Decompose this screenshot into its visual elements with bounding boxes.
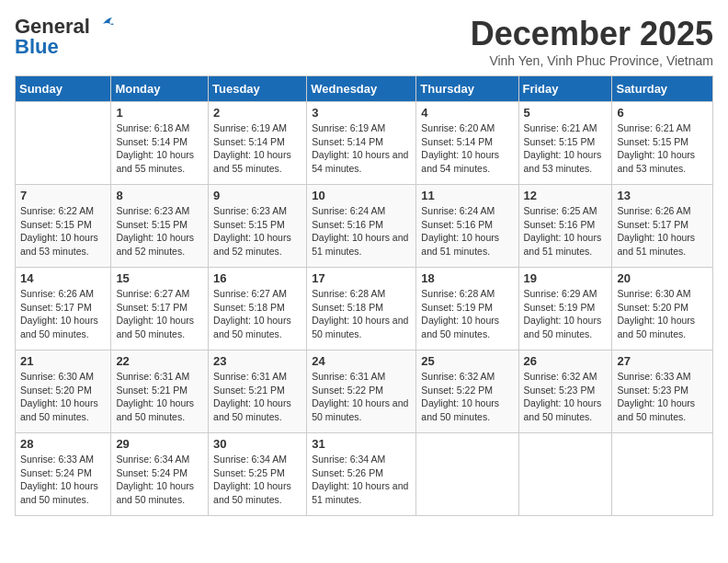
- day-header-sunday: Sunday: [16, 76, 111, 102]
- day-header-friday: Friday: [518, 76, 612, 102]
- day-header-wednesday: Wednesday: [307, 76, 416, 102]
- calendar-cell: 6Sunrise: 6:21 AMSunset: 5:15 PMDaylight…: [612, 102, 713, 185]
- day-info: Sunrise: 6:31 AMSunset: 5:21 PMDaylight:…: [116, 370, 203, 424]
- day-number: 12: [524, 189, 608, 202]
- calendar-week-row: 7Sunrise: 6:22 AMSunset: 5:15 PMDaylight…: [16, 185, 713, 268]
- day-info: Sunrise: 6:31 AMSunset: 5:21 PMDaylight:…: [213, 370, 301, 424]
- day-info: Sunrise: 6:19 AMSunset: 5:14 PMDaylight:…: [213, 121, 301, 176]
- calendar-cell: 11Sunrise: 6:24 AMSunset: 5:16 PMDayligh…: [416, 185, 518, 268]
- title-area: December 2025 Vinh Yen, Vinh Phuc Provin…: [471, 15, 713, 68]
- day-info: Sunrise: 6:19 AMSunset: 5:14 PMDaylight:…: [312, 121, 411, 176]
- calendar-week-row: 21Sunrise: 6:30 AMSunset: 5:20 PMDayligh…: [16, 350, 713, 433]
- day-number: 19: [524, 271, 608, 285]
- day-number: 13: [617, 189, 708, 202]
- calendar-cell: 5Sunrise: 6:21 AMSunset: 5:15 PMDaylight…: [518, 102, 612, 185]
- day-number: 15: [116, 271, 203, 285]
- calendar-cell: 12Sunrise: 6:25 AMSunset: 5:16 PMDayligh…: [518, 185, 612, 268]
- day-info: Sunrise: 6:18 AMSunset: 5:14 PMDaylight:…: [116, 121, 203, 176]
- day-number: 21: [20, 354, 106, 368]
- day-info: Sunrise: 6:34 AMSunset: 5:26 PMDaylight:…: [312, 453, 411, 507]
- day-number: 17: [312, 271, 411, 285]
- calendar-cell: 13Sunrise: 6:26 AMSunset: 5:17 PMDayligh…: [612, 185, 713, 268]
- day-number: 4: [421, 106, 513, 120]
- day-number: 9: [213, 189, 301, 202]
- day-info: Sunrise: 6:26 AMSunset: 5:17 PMDaylight:…: [20, 287, 106, 341]
- calendar-cell: 18Sunrise: 6:28 AMSunset: 5:19 PMDayligh…: [416, 268, 518, 350]
- day-info: Sunrise: 6:30 AMSunset: 5:20 PMDaylight:…: [20, 370, 106, 424]
- calendar-cell: [416, 433, 518, 516]
- day-info: Sunrise: 6:33 AMSunset: 5:24 PMDaylight:…: [20, 453, 106, 507]
- day-number: 27: [617, 354, 708, 368]
- calendar-cell: 10Sunrise: 6:24 AMSunset: 5:16 PMDayligh…: [307, 185, 416, 268]
- calendar-week-row: 14Sunrise: 6:26 AMSunset: 5:17 PMDayligh…: [16, 268, 713, 350]
- day-number: 2: [213, 106, 301, 120]
- calendar-cell: 16Sunrise: 6:27 AMSunset: 5:18 PMDayligh…: [209, 268, 307, 350]
- calendar-header-row: SundayMondayTuesdayWednesdayThursdayFrid…: [16, 76, 713, 102]
- day-number: 1: [116, 106, 203, 120]
- calendar-body: 1Sunrise: 6:18 AMSunset: 5:14 PMDaylight…: [16, 102, 713, 516]
- day-info: Sunrise: 6:25 AMSunset: 5:16 PMDaylight:…: [524, 204, 608, 259]
- calendar-cell: [518, 433, 612, 516]
- day-info: Sunrise: 6:21 AMSunset: 5:15 PMDaylight:…: [524, 121, 608, 176]
- day-number: 24: [312, 354, 411, 368]
- day-number: 11: [421, 189, 513, 202]
- calendar-cell: 2Sunrise: 6:19 AMSunset: 5:14 PMDaylight…: [209, 102, 307, 185]
- month-title: December 2025: [471, 15, 713, 53]
- calendar-cell: 17Sunrise: 6:28 AMSunset: 5:18 PMDayligh…: [307, 268, 416, 350]
- calendar-cell: 20Sunrise: 6:30 AMSunset: 5:20 PMDayligh…: [612, 268, 713, 350]
- calendar-cell: 8Sunrise: 6:23 AMSunset: 5:15 PMDaylight…: [111, 185, 209, 268]
- day-info: Sunrise: 6:33 AMSunset: 5:23 PMDaylight:…: [617, 370, 708, 424]
- logo: General Blue: [15, 15, 114, 59]
- day-number: 28: [20, 437, 106, 451]
- day-number: 10: [312, 189, 411, 202]
- calendar-table: SundayMondayTuesdayWednesdayThursdayFrid…: [15, 75, 713, 516]
- day-number: 8: [116, 189, 203, 202]
- logo-bird-icon: [94, 17, 114, 33]
- day-info: Sunrise: 6:28 AMSunset: 5:18 PMDaylight:…: [312, 287, 411, 341]
- day-number: 18: [421, 271, 513, 285]
- calendar-week-row: 28Sunrise: 6:33 AMSunset: 5:24 PMDayligh…: [16, 433, 713, 516]
- calendar-cell: 19Sunrise: 6:29 AMSunset: 5:19 PMDayligh…: [518, 268, 612, 350]
- calendar-cell: 27Sunrise: 6:33 AMSunset: 5:23 PMDayligh…: [612, 350, 713, 433]
- day-number: 6: [617, 106, 708, 120]
- calendar-cell: 3Sunrise: 6:19 AMSunset: 5:14 PMDaylight…: [307, 102, 416, 185]
- day-info: Sunrise: 6:34 AMSunset: 5:25 PMDaylight:…: [213, 453, 301, 507]
- day-info: Sunrise: 6:34 AMSunset: 5:24 PMDaylight:…: [116, 453, 203, 507]
- calendar-week-row: 1Sunrise: 6:18 AMSunset: 5:14 PMDaylight…: [16, 102, 713, 185]
- header: General Blue December 2025 Vinh Yen, Vin…: [15, 15, 713, 68]
- day-number: 31: [312, 437, 411, 451]
- calendar-cell: 23Sunrise: 6:31 AMSunset: 5:21 PMDayligh…: [209, 350, 307, 433]
- calendar-cell: 28Sunrise: 6:33 AMSunset: 5:24 PMDayligh…: [16, 433, 111, 516]
- calendar-cell: 24Sunrise: 6:31 AMSunset: 5:22 PMDayligh…: [307, 350, 416, 433]
- calendar-cell: 29Sunrise: 6:34 AMSunset: 5:24 PMDayligh…: [111, 433, 209, 516]
- day-header-thursday: Thursday: [416, 76, 518, 102]
- day-number: 23: [213, 354, 301, 368]
- day-info: Sunrise: 6:26 AMSunset: 5:17 PMDaylight:…: [617, 204, 708, 259]
- calendar-cell: 21Sunrise: 6:30 AMSunset: 5:20 PMDayligh…: [16, 350, 111, 433]
- day-number: 20: [617, 271, 708, 285]
- day-header-monday: Monday: [111, 76, 209, 102]
- day-number: 3: [312, 106, 411, 120]
- day-info: Sunrise: 6:28 AMSunset: 5:19 PMDaylight:…: [421, 287, 513, 341]
- calendar-cell: 4Sunrise: 6:20 AMSunset: 5:14 PMDaylight…: [416, 102, 518, 185]
- day-number: 30: [213, 437, 301, 451]
- day-info: Sunrise: 6:21 AMSunset: 5:15 PMDaylight:…: [617, 121, 708, 176]
- day-info: Sunrise: 6:31 AMSunset: 5:22 PMDaylight:…: [312, 370, 411, 424]
- day-info: Sunrise: 6:32 AMSunset: 5:22 PMDaylight:…: [421, 370, 513, 424]
- day-info: Sunrise: 6:27 AMSunset: 5:17 PMDaylight:…: [116, 287, 203, 341]
- calendar-cell: 26Sunrise: 6:32 AMSunset: 5:23 PMDayligh…: [518, 350, 612, 433]
- calendar-cell: 25Sunrise: 6:32 AMSunset: 5:22 PMDayligh…: [416, 350, 518, 433]
- day-header-tuesday: Tuesday: [209, 76, 307, 102]
- day-header-saturday: Saturday: [612, 76, 713, 102]
- day-info: Sunrise: 6:29 AMSunset: 5:19 PMDaylight:…: [524, 287, 608, 341]
- day-info: Sunrise: 6:23 AMSunset: 5:15 PMDaylight:…: [116, 204, 203, 259]
- day-number: 29: [116, 437, 203, 451]
- calendar-cell: 7Sunrise: 6:22 AMSunset: 5:15 PMDaylight…: [16, 185, 111, 268]
- calendar-cell: 22Sunrise: 6:31 AMSunset: 5:21 PMDayligh…: [111, 350, 209, 433]
- day-number: 7: [20, 189, 106, 202]
- day-number: 25: [421, 354, 513, 368]
- day-info: Sunrise: 6:23 AMSunset: 5:15 PMDaylight:…: [213, 204, 301, 259]
- calendar-cell: 30Sunrise: 6:34 AMSunset: 5:25 PMDayligh…: [209, 433, 307, 516]
- day-number: 26: [524, 354, 608, 368]
- day-info: Sunrise: 6:24 AMSunset: 5:16 PMDaylight:…: [312, 204, 411, 259]
